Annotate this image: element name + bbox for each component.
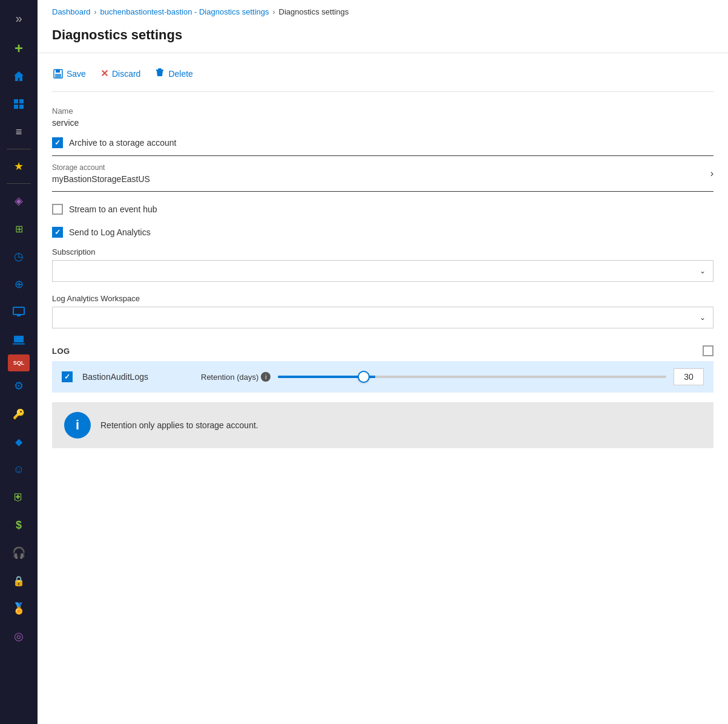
save-label: Save bbox=[67, 69, 86, 79]
delete-icon bbox=[155, 68, 165, 79]
log-row: ✓ BastionAuditLogs Retention (days) i bbox=[52, 361, 713, 393]
storage-selector-chevron: › bbox=[710, 168, 713, 179]
svg-rect-9 bbox=[56, 70, 60, 73]
content-area: Save ✕ Discard Delete Name service bbox=[38, 53, 728, 724]
workspace-group: Log Analytics Workspace ⌄ bbox=[52, 294, 713, 328]
subscription-label: Subscription bbox=[52, 247, 713, 256]
slider-container bbox=[278, 376, 666, 378]
storage-account-value: myBastionStorageEastUS bbox=[52, 174, 150, 184]
svg-rect-12 bbox=[156, 70, 163, 71]
log-section-title: LOG bbox=[52, 347, 70, 356]
retention-value: 30 bbox=[684, 372, 694, 382]
svg-rect-5 bbox=[17, 315, 21, 316]
smiley-icon[interactable]: ☺ bbox=[4, 456, 33, 483]
main-content: Dashboard › buchenbastiontest-bastion - … bbox=[38, 0, 728, 724]
log-header-checkbox[interactable] bbox=[703, 345, 713, 356]
breadcrumb-resource[interactable]: buchenbastiontest-bastion - Diagnostics … bbox=[100, 7, 269, 16]
retention-info-icon[interactable]: i bbox=[261, 372, 271, 382]
retention-value-box: 30 bbox=[674, 368, 704, 385]
workspace-select-wrapper: ⌄ bbox=[52, 307, 713, 328]
globe-icon[interactable]: ⊕ bbox=[4, 271, 33, 298]
collapse-icon[interactable]: » bbox=[4, 5, 33, 31]
headset-icon[interactable]: 🎧 bbox=[4, 540, 33, 566]
discard-icon: ✕ bbox=[100, 68, 108, 79]
log-analytics-checkbox-row: ✓ Send to Log Analytics bbox=[52, 227, 713, 238]
slider-thumb bbox=[358, 371, 370, 383]
shield-icon[interactable]: ⛨ bbox=[4, 484, 33, 510]
log-header: LOG bbox=[52, 341, 713, 361]
svg-rect-4 bbox=[13, 307, 24, 315]
subscription-select-wrapper: ⌄ bbox=[52, 260, 713, 282]
sidebar: » + ≡ ★ ◈ ⊞ ◷ ⊕ SQL ⚙ 🔑 ◆ ☺ ⛨ $ 🎧 🔒 🏅 ◎ bbox=[0, 0, 38, 724]
computer-icon[interactable] bbox=[4, 327, 33, 353]
event-hub-checkbox-row: Stream to an event hub bbox=[52, 204, 713, 215]
archive-checkmark: ✓ bbox=[54, 139, 61, 147]
svg-rect-1 bbox=[19, 99, 24, 103]
badge-icon[interactable]: 🏅 bbox=[4, 595, 33, 622]
discard-label: Discard bbox=[112, 69, 140, 79]
bastion-audit-checkbox[interactable]: ✓ bbox=[62, 371, 73, 382]
svg-rect-0 bbox=[14, 99, 18, 103]
save-icon bbox=[53, 69, 63, 79]
name-field-group: Name service bbox=[52, 106, 713, 128]
grid-icon[interactable]: ⊞ bbox=[4, 215, 33, 242]
clock-icon[interactable]: ◷ bbox=[4, 243, 33, 270]
list-icon[interactable]: ≡ bbox=[4, 119, 33, 145]
save-button[interactable]: Save bbox=[52, 67, 87, 81]
key-icon[interactable]: 🔑 bbox=[4, 400, 33, 427]
person-icon[interactable]: ◎ bbox=[4, 623, 33, 650]
breadcrumb-dashboard[interactable]: Dashboard bbox=[52, 7, 91, 16]
log-section: LOG ✓ BastionAuditLogs Retention (days) … bbox=[52, 341, 713, 393]
storage-selector-info: Storage account myBastionStorageEastUS bbox=[52, 163, 150, 184]
lock-icon[interactable]: 🔒 bbox=[4, 567, 33, 594]
archive-checkbox[interactable]: ✓ bbox=[52, 137, 63, 148]
breadcrumb-sep-2: › bbox=[273, 8, 275, 16]
svg-rect-3 bbox=[19, 105, 24, 109]
name-label: Name bbox=[52, 106, 713, 116]
svg-rect-10 bbox=[55, 74, 61, 77]
svg-rect-2 bbox=[14, 105, 18, 109]
info-banner: i Retention only applies to storage acco… bbox=[52, 402, 713, 448]
diamond-icon[interactable]: ◆ bbox=[4, 428, 33, 455]
svg-rect-11 bbox=[158, 68, 162, 70]
archive-label[interactable]: Archive to a storage account bbox=[69, 138, 176, 148]
dollar-icon[interactable]: $ bbox=[4, 512, 33, 538]
delete-label: Delete bbox=[168, 69, 192, 79]
discard-button[interactable]: ✕ Discard bbox=[99, 65, 142, 82]
page-title: Diagnostics settings bbox=[38, 21, 728, 53]
event-hub-label[interactable]: Stream to an event hub bbox=[69, 204, 157, 214]
star-icon[interactable]: ★ bbox=[4, 153, 33, 180]
event-hub-checkbox[interactable] bbox=[52, 204, 63, 215]
retention-section: Retention (days) i 30 bbox=[201, 368, 704, 385]
subscription-group: Subscription ⌄ bbox=[52, 247, 713, 282]
toolbar: Save ✕ Discard Delete bbox=[52, 65, 713, 92]
home-icon[interactable] bbox=[4, 63, 33, 90]
storage-account-label: Storage account bbox=[52, 163, 150, 172]
cube-icon[interactable]: ◈ bbox=[4, 188, 33, 214]
monitor-icon[interactable] bbox=[4, 299, 33, 325]
dashboard-icon[interactable] bbox=[4, 91, 33, 117]
sql-icon[interactable]: SQL bbox=[8, 354, 30, 371]
log-analytics-label[interactable]: Send to Log Analytics bbox=[69, 227, 151, 237]
log-analytics-checkbox[interactable]: ✓ bbox=[52, 227, 63, 238]
info-banner-text: Retention only applies to storage accoun… bbox=[100, 420, 258, 430]
settings-icon[interactable]: ⚙ bbox=[4, 373, 33, 399]
bastion-audit-name: BastionAuditLogs bbox=[82, 372, 191, 382]
retention-slider-track bbox=[278, 376, 666, 378]
workspace-select[interactable] bbox=[53, 307, 713, 328]
storage-account-selector[interactable]: Storage account myBastionStorageEastUS › bbox=[52, 155, 713, 192]
archive-checkbox-row: ✓ Archive to a storage account bbox=[52, 137, 713, 148]
info-banner-icon: i bbox=[64, 412, 91, 439]
workspace-label: Log Analytics Workspace bbox=[52, 294, 713, 303]
breadcrumb-current: Diagnostics settings bbox=[279, 7, 349, 16]
retention-label: Retention (days) i bbox=[201, 372, 271, 382]
breadcrumb-sep-1: › bbox=[94, 8, 97, 16]
svg-rect-6 bbox=[14, 336, 24, 342]
name-value: service bbox=[52, 118, 713, 128]
svg-rect-7 bbox=[13, 343, 25, 345]
log-analytics-checkmark: ✓ bbox=[54, 228, 61, 236]
bastion-audit-checkmark: ✓ bbox=[64, 373, 70, 381]
subscription-select[interactable] bbox=[53, 261, 713, 281]
delete-button[interactable]: Delete bbox=[154, 65, 194, 82]
add-icon[interactable]: + bbox=[4, 35, 33, 62]
